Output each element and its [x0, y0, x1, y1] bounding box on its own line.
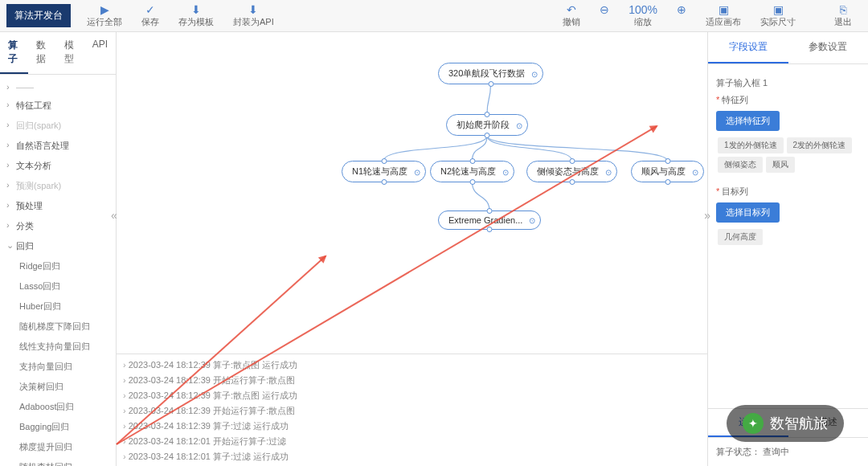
operator-tree: ——特征工程回归(spark)自然语言处理文本分析预测(spark)预处理分类回… [0, 75, 116, 466]
node-n6[interactable]: 顺风与高度 [631, 161, 704, 182]
feature-tag-2[interactable]: 侧倾姿态 [718, 157, 763, 173]
tree-item-11[interactable]: Huber回归 [0, 296, 116, 317]
feature-tags: 1发的外侧轮速2发的外侧轮速侧倾姿态顺风 [716, 136, 860, 174]
tree-item-13[interactable]: 线性支持向量回归 [0, 337, 116, 357]
canvas-area: 320单航段飞行数据初始爬升阶段N1轮速与高度N2轮速与高度侧倾姿态与高度顺风与… [117, 32, 707, 466]
tree-item-6[interactable]: 预处理 [0, 196, 116, 216]
target-tag-0[interactable]: 几何高度 [718, 229, 763, 245]
port-in[interactable] [485, 112, 490, 117]
tree-item-18[interactable]: 梯度提升回归 [0, 437, 116, 457]
tb-left-0-label: 运行全部 [87, 16, 122, 28]
tb-right-4[interactable]: ▣适应画布 [696, 0, 751, 31]
tb-right-5[interactable]: ▣实际尺寸 [751, 0, 805, 31]
select-feature-button[interactable]: 选择特征列 [716, 111, 780, 131]
tb-left-1-icon: ✓ [145, 3, 155, 16]
tree-item-2[interactable]: 回归(spark) [0, 116, 116, 136]
side-tab-2[interactable]: 模型 [56, 32, 84, 74]
node-n4[interactable]: N2轮速与高度 [430, 161, 514, 182]
select-target-button[interactable]: 选择目标列 [716, 202, 780, 223]
port-out[interactable] [487, 227, 493, 232]
node-n3[interactable]: N1轮速与高度 [342, 161, 426, 182]
tree-item-1[interactable]: 特征工程 [0, 96, 116, 116]
exit-icon: ⎘ [840, 3, 846, 16]
tb-left-0-icon: ▶ [100, 3, 109, 16]
wechat-icon: ✦ [743, 413, 764, 434]
side-tab-0[interactable]: 算子 [0, 32, 28, 74]
port-in[interactable] [381, 158, 387, 164]
log-line-5: 2023-03-24 18:12:01 开始运行算子:过滤 [123, 434, 701, 449]
port-out[interactable] [485, 133, 490, 138]
tb-right-0-icon: ↶ [567, 3, 576, 16]
rightpanel-collapse-icon[interactable]: » [704, 209, 710, 222]
tb-right-3[interactable]: ⊕ [667, 0, 696, 31]
tree-item-14[interactable]: 支持向量回归 [0, 357, 116, 377]
tree-item-5[interactable]: 预测(spark) [0, 176, 116, 196]
tree-item-7[interactable]: 分类 [0, 216, 116, 236]
toolbar-exit-group: ⎘ 退出 [825, 0, 868, 31]
node-n1[interactable]: 320单航段飞行数据 [438, 63, 543, 84]
tb-right-4-icon: ▣ [719, 3, 729, 16]
tab-field-settings[interactable]: 字段设置 [708, 32, 788, 63]
tree-item-10[interactable]: Lasso回归 [0, 276, 116, 296]
topbar: 算法开发台 ▶运行全部✓保存⬇存为模板⬇封装为API ↶撤销⊖100%缩放⊕▣适… [0, 0, 868, 32]
exit-label: 退出 [834, 16, 852, 28]
status-area: 算子状态： 查询中 [708, 438, 868, 466]
tb-left-2-label: 存为模板 [178, 16, 214, 28]
tree-item-9[interactable]: Ridge回归 [0, 256, 116, 276]
side-tab-3[interactable]: API [84, 32, 116, 74]
tree-item-0[interactable]: —— [0, 78, 116, 96]
feature-tag-3[interactable]: 顺风 [766, 157, 795, 173]
side-tab-1[interactable]: 数据 [28, 32, 56, 74]
tree-item-3[interactable]: 自然语言处理 [0, 136, 116, 156]
tree-item-17[interactable]: Bagging回归 [0, 417, 116, 437]
port-out[interactable] [569, 179, 575, 185]
node-n2[interactable]: 初始爬升阶段 [446, 114, 528, 136]
logo: 算法开发台 [6, 4, 71, 27]
right-panel: 字段设置 参数设置 算子输入框 1 特征列 选择特征列 1发的外侧轮速2发的外侧… [707, 32, 868, 466]
tb-right-2-label: 缩放 [634, 16, 652, 28]
watermark: ✦ 数智航旅 [727, 405, 844, 442]
tb-left-0[interactable]: ▶运行全部 [77, 0, 132, 31]
tb-right-2[interactable]: 100%缩放 [619, 0, 667, 31]
tb-right-4-label: 适应画布 [706, 16, 741, 28]
watermark-text: 数智航旅 [770, 414, 828, 433]
tb-left-1-label: 保存 [141, 16, 159, 28]
tree-item-4[interactable]: 文本分析 [0, 156, 116, 176]
port-out[interactable] [381, 179, 387, 185]
tree-item-12[interactable]: 随机梯度下降回归 [0, 317, 116, 337]
tb-left-1[interactable]: ✓保存 [132, 0, 169, 31]
tb-right-1[interactable]: ⊖ [590, 0, 619, 31]
tree-item-19[interactable]: 随机森林回归 [0, 457, 116, 466]
target-tags: 几何高度 [716, 227, 860, 247]
node-n5[interactable]: 侧倾姿态与高度 [526, 161, 617, 182]
exit-button[interactable]: ⎘ 退出 [825, 0, 862, 31]
port-in[interactable] [569, 158, 575, 164]
toolbar-right: ↶撤销⊖100%缩放⊕▣适应画布▣实际尺寸 [553, 0, 812, 31]
tree-item-16[interactable]: Adaboost回归 [0, 397, 116, 417]
port-out[interactable] [469, 179, 475, 185]
port-in[interactable] [665, 158, 670, 164]
node-n7[interactable]: Extreme Gradien... [438, 211, 541, 230]
tb-left-2-icon: ⬇ [191, 3, 201, 16]
edges-layer [117, 32, 707, 354]
tree-item-8[interactable]: 回归 [0, 236, 116, 256]
console: 2023-03-24 18:12:39 算子:散点图 运行成功2023-03-2… [117, 354, 707, 466]
right-body: 算子输入框 1 特征列 选择特征列 1发的外侧轮速2发的外侧轮速侧倾姿态顺风 目… [708, 64, 868, 408]
tb-right-0[interactable]: ↶撤销 [553, 0, 590, 31]
port-in[interactable] [469, 158, 475, 164]
tb-left-3[interactable]: ⬇封装为API [223, 0, 284, 31]
tab-param-settings[interactable]: 参数设置 [788, 32, 869, 63]
tree-item-15[interactable]: 决策树回归 [0, 377, 116, 397]
status-key: 算子状态： [716, 447, 760, 456]
tb-left-2[interactable]: ⬇存为模板 [169, 0, 223, 31]
port-out[interactable] [665, 179, 670, 185]
tb-right-5-icon: ▣ [773, 3, 784, 16]
tb-right-0-label: 撤销 [563, 16, 580, 28]
port-out[interactable] [488, 81, 493, 87]
canvas[interactable]: 320单航段飞行数据初始爬升阶段N1轮速与高度N2轮速与高度侧倾姿态与高度顺风与… [117, 32, 707, 354]
feature-tag-1[interactable]: 2发的外侧轮速 [787, 137, 853, 153]
feature-tag-0[interactable]: 1发的外侧轮速 [718, 137, 784, 153]
port-in[interactable] [487, 208, 493, 214]
tb-right-5-label: 实际尺寸 [760, 16, 796, 28]
input-box-label: 算子输入框 1 [716, 77, 860, 89]
